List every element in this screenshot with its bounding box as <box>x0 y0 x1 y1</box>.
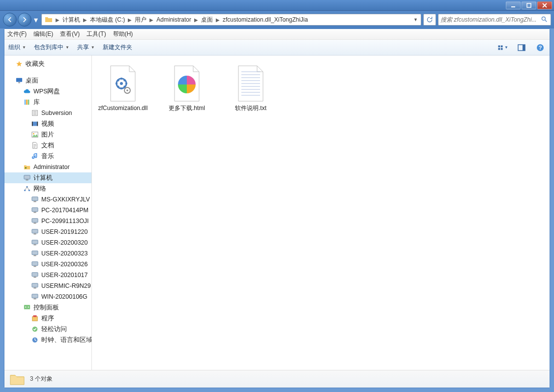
tree-net-item[interactable]: WIN-20200106G <box>4 291 91 302</box>
tree-label: 时钟、语言和区域 <box>41 336 92 344</box>
tree-control-panel[interactable]: 控制面板 <box>4 302 91 313</box>
tree-label: MS-GXKIXRYJLV <box>41 196 90 203</box>
new-folder-button[interactable]: 新建文件夹 <box>103 43 132 52</box>
item-icon <box>31 314 39 322</box>
search-box[interactable] <box>438 14 551 26</box>
tree-net-item[interactable]: USER-20191220 <box>4 226 91 237</box>
file-list[interactable]: zfCustomization.dll 更多下载.html 软件说明.txt <box>92 56 550 370</box>
tree-desktop[interactable]: 桌面 <box>4 75 91 86</box>
crumb-admin[interactable]: Administrator <box>154 14 193 25</box>
chevron-down-icon[interactable]: ▼ <box>413 17 418 22</box>
file-item[interactable]: 软件说明.txt <box>224 62 278 114</box>
item-icon <box>31 120 39 128</box>
tree-computer[interactable]: 计算机 <box>4 172 91 183</box>
svg-rect-4 <box>501 45 503 47</box>
chevron-right-icon: ▶ <box>215 17 221 23</box>
svg-point-22 <box>25 167 27 169</box>
nav-history-dropdown[interactable]: ▾ <box>32 13 39 27</box>
file-label: 软件说明.txt <box>235 105 266 112</box>
tree-net-item[interactable]: USERMIC-R9N29 <box>4 280 91 291</box>
tree-label: 控制面板 <box>33 304 59 312</box>
tree-library[interactable]: 库 <box>4 97 91 108</box>
tree-lib-item[interactable]: 音乐 <box>4 151 91 162</box>
svg-rect-23 <box>24 175 30 179</box>
help-button[interactable]: ? <box>535 42 546 53</box>
tree-net-item[interactable]: PC-20991113OJI <box>4 216 91 226</box>
tree-lib-item[interactable]: 文档 <box>4 140 91 151</box>
tree-net-item[interactable]: USER-20200326 <box>4 259 91 270</box>
item-icon <box>31 325 39 333</box>
svg-rect-41 <box>33 266 36 267</box>
computer-icon <box>31 196 39 203</box>
share-button[interactable]: 共享▼ <box>77 43 95 52</box>
tree-label: USER-20200323 <box>41 250 88 257</box>
navigation-tree[interactable]: 收藏夹 桌面 WPS网盘 库 Subversion视频图片文档音乐 Admini… <box>4 56 92 370</box>
svg-rect-35 <box>33 234 36 235</box>
tree-lib-item[interactable]: Subversion <box>4 108 91 118</box>
minimize-button[interactable] <box>506 1 521 9</box>
nav-back-button[interactable] <box>3 13 17 27</box>
breadcrumb[interactable]: ▶ 计算机 ▶ 本地磁盘 (C:) ▶ 用户 ▶ Administrator ▶… <box>41 14 421 26</box>
search-input[interactable] <box>440 16 541 23</box>
maximize-button[interactable] <box>522 1 536 9</box>
tree-wps[interactable]: WPS网盘 <box>4 86 91 97</box>
desktop-icon <box>15 77 23 84</box>
tree-label: Subversion <box>41 110 72 116</box>
svg-rect-18 <box>32 122 33 126</box>
svg-rect-29 <box>33 201 36 202</box>
view-options-button[interactable]: ▼ <box>497 42 508 53</box>
tree-label: PC-20170414PM <box>41 207 88 214</box>
svg-rect-38 <box>32 251 38 255</box>
tree-cp-item[interactable]: 轻松访问 <box>4 324 91 335</box>
menu-file[interactable]: 文件(F) <box>7 30 27 38</box>
crumb-computer[interactable]: 计算机 <box>60 14 82 25</box>
tree-net-item[interactable]: PC-20170414PM <box>4 205 91 216</box>
svg-point-56 <box>120 82 123 85</box>
tree-lib-item[interactable]: 视频 <box>4 118 91 129</box>
item-icon <box>31 141 39 149</box>
tree-net-item[interactable]: USER-20200323 <box>4 248 91 259</box>
nav-forward-button[interactable] <box>18 13 31 27</box>
svg-rect-3 <box>498 45 500 47</box>
tree-network[interactable]: 网络 <box>4 183 91 194</box>
tree-net-item[interactable]: USER-20201017 <box>4 270 91 280</box>
star-icon <box>15 60 23 68</box>
svg-rect-39 <box>33 255 36 256</box>
crumb-drive[interactable]: 本地磁盘 (C:) <box>88 14 127 25</box>
computer-icon <box>23 174 31 182</box>
file-item[interactable]: zfCustomization.dll <box>96 62 150 114</box>
svg-rect-48 <box>24 305 30 309</box>
crumb-current[interactable]: zfcustomization.dll_XiTongZhiJia <box>221 14 310 25</box>
close-button[interactable] <box>537 1 552 9</box>
chevron-down-icon: ▼ <box>91 45 95 50</box>
preview-pane-button[interactable] <box>516 42 527 53</box>
menu-help[interactable]: 帮助(H) <box>113 30 133 38</box>
tree-net-item[interactable]: MS-GXKIXRYJLV <box>4 194 91 205</box>
tree-administrator[interactable]: Administrator <box>4 162 91 172</box>
refresh-button[interactable] <box>423 14 436 26</box>
include-library-button[interactable]: 包含到库中▼ <box>34 43 69 52</box>
chevron-down-icon: ▼ <box>65 45 69 50</box>
tree-lib-item[interactable]: 图片 <box>4 129 91 140</box>
crumb-desktop[interactable]: 桌面 <box>199 14 215 25</box>
menu-view[interactable]: 查看(V) <box>60 30 80 38</box>
tree-net-item[interactable]: USER-20200320 <box>4 237 91 248</box>
search-icon[interactable] <box>541 16 549 24</box>
tree-favorites[interactable]: 收藏夹 <box>4 58 91 69</box>
svg-rect-36 <box>32 240 38 244</box>
svg-rect-33 <box>33 223 36 224</box>
organize-button[interactable]: 组织▼ <box>8 43 26 52</box>
file-item[interactable]: 更多下载.html <box>160 62 214 114</box>
svg-rect-6 <box>501 48 503 50</box>
svg-rect-5 <box>498 48 500 50</box>
crumb-users[interactable]: 用户 <box>133 14 148 25</box>
menu-tools[interactable]: 工具(T) <box>87 30 106 38</box>
chevron-right-icon: ▶ <box>148 17 154 23</box>
tree-label: 音乐 <box>41 152 54 161</box>
menu-edit[interactable]: 编辑(E) <box>33 30 53 38</box>
tree-cp-item[interactable]: 程序 <box>4 313 91 324</box>
tree-cp-item[interactable]: 时钟、语言和区域 <box>4 335 91 345</box>
main-area: 收藏夹 桌面 WPS网盘 库 Subversion视频图片文档音乐 Admini… <box>4 56 550 370</box>
computer-icon <box>31 260 39 268</box>
dll-icon <box>104 64 142 103</box>
